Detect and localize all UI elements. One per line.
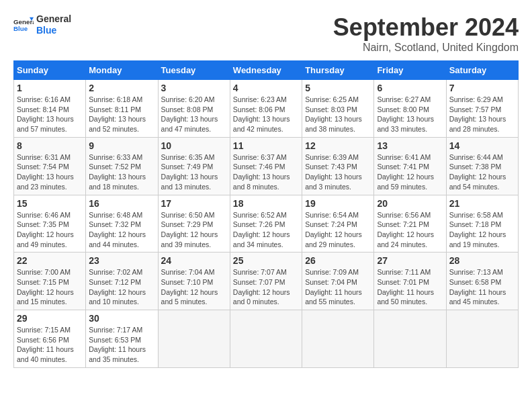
day-number: 4 [233, 83, 299, 93]
day-info: Sunrise: 6:27 AM Sunset: 8:00 PM Dayligh… [377, 95, 443, 134]
calendar-cell: 14Sunrise: 6:44 AM Sunset: 7:38 PM Dayli… [446, 137, 518, 195]
day-number: 25 [233, 255, 299, 266]
day-info: Sunrise: 6:18 AM Sunset: 8:11 PM Dayligh… [89, 95, 154, 134]
day-number: 20 [377, 198, 443, 209]
title-section: September 2024 Nairn, Scotland, United K… [333, 13, 519, 54]
day-info: Sunrise: 6:20 AM Sunset: 8:08 PM Dayligh… [161, 95, 227, 134]
day-info: Sunrise: 7:13 AM Sunset: 6:58 PM Dayligh… [449, 267, 515, 307]
day-number: 1 [17, 83, 83, 93]
calendar-week-1: 1Sunrise: 6:16 AM Sunset: 8:14 PM Daylig… [14, 80, 519, 138]
calendar-cell [230, 310, 302, 368]
day-info: Sunrise: 7:02 AM Sunset: 7:12 PM Dayligh… [89, 267, 154, 307]
calendar-cell: 22Sunrise: 7:00 AM Sunset: 7:15 PM Dayli… [14, 253, 86, 310]
calendar-cell: 4Sunrise: 6:23 AM Sunset: 8:06 PM Daylig… [230, 80, 302, 138]
day-number: 22 [17, 255, 83, 266]
day-number: 19 [305, 198, 371, 209]
calendar-cell: 11Sunrise: 6:37 AM Sunset: 7:46 PM Dayli… [230, 137, 302, 195]
day-number: 21 [449, 198, 515, 209]
day-info: Sunrise: 6:41 AM Sunset: 7:41 PM Dayligh… [377, 152, 443, 192]
day-number: 26 [305, 255, 371, 266]
day-info: Sunrise: 7:15 AM Sunset: 6:56 PM Dayligh… [17, 325, 83, 365]
day-number: 29 [17, 313, 83, 324]
day-number: 15 [17, 198, 83, 209]
calendar-cell: 26Sunrise: 7:09 AM Sunset: 7:04 PM Dayli… [302, 253, 374, 310]
page-header: General Blue General Blue September 2024… [13, 13, 519, 54]
day-number: 2 [89, 83, 154, 93]
weekday-header-monday: Monday [86, 61, 158, 80]
day-number: 27 [377, 255, 443, 266]
day-number: 13 [377, 140, 443, 151]
day-number: 16 [89, 198, 154, 209]
day-info: Sunrise: 6:56 AM Sunset: 7:21 PM Dayligh… [377, 210, 443, 250]
weekday-header-sunday: Sunday [14, 61, 86, 80]
day-number: 5 [305, 83, 371, 93]
day-info: Sunrise: 6:48 AM Sunset: 7:32 PM Dayligh… [89, 210, 154, 250]
calendar-cell [302, 310, 374, 368]
location: Nairn, Scotland, United Kingdom [333, 42, 519, 54]
calendar-cell: 16Sunrise: 6:48 AM Sunset: 7:32 PM Dayli… [86, 195, 158, 253]
day-number: 9 [89, 140, 154, 151]
day-info: Sunrise: 6:29 AM Sunset: 7:57 PM Dayligh… [449, 95, 515, 134]
day-info: Sunrise: 7:07 AM Sunset: 7:07 PM Dayligh… [233, 267, 299, 307]
calendar-cell: 18Sunrise: 6:52 AM Sunset: 7:26 PM Dayli… [230, 195, 302, 253]
svg-text:Blue: Blue [13, 25, 28, 32]
calendar-cell: 25Sunrise: 7:07 AM Sunset: 7:07 PM Dayli… [230, 253, 302, 310]
day-number: 30 [89, 313, 154, 324]
logo-icon: General Blue [13, 15, 34, 35]
day-info: Sunrise: 6:31 AM Sunset: 7:54 PM Dayligh… [17, 152, 83, 192]
day-number: 18 [233, 198, 299, 209]
day-number: 7 [449, 83, 515, 93]
calendar-cell: 19Sunrise: 6:54 AM Sunset: 7:24 PM Dayli… [302, 195, 374, 253]
calendar-cell: 30Sunrise: 7:17 AM Sunset: 6:53 PM Dayli… [86, 310, 158, 368]
day-number: 3 [161, 83, 227, 93]
day-info: Sunrise: 6:25 AM Sunset: 8:03 PM Dayligh… [305, 95, 371, 134]
calendar-cell [374, 310, 446, 368]
calendar-cell: 5Sunrise: 6:25 AM Sunset: 8:03 PM Daylig… [302, 80, 374, 138]
month-title: September 2024 [333, 13, 519, 42]
weekday-header-saturday: Saturday [446, 61, 518, 80]
calendar-cell: 6Sunrise: 6:27 AM Sunset: 8:00 PM Daylig… [374, 80, 446, 138]
day-number: 8 [17, 140, 83, 151]
weekday-header-thursday: Thursday [302, 61, 374, 80]
day-info: Sunrise: 7:04 AM Sunset: 7:10 PM Dayligh… [161, 267, 227, 307]
day-info: Sunrise: 6:33 AM Sunset: 7:52 PM Dayligh… [89, 152, 154, 192]
calendar-cell [158, 310, 230, 368]
day-info: Sunrise: 6:35 AM Sunset: 7:49 PM Dayligh… [161, 152, 227, 192]
day-info: Sunrise: 7:09 AM Sunset: 7:04 PM Dayligh… [305, 267, 371, 307]
logo-line2: Blue [36, 25, 71, 36]
calendar-cell: 20Sunrise: 6:56 AM Sunset: 7:21 PM Dayli… [374, 195, 446, 253]
calendar-cell: 17Sunrise: 6:50 AM Sunset: 7:29 PM Dayli… [158, 195, 230, 253]
day-info: Sunrise: 6:46 AM Sunset: 7:35 PM Dayligh… [17, 210, 83, 250]
calendar-cell: 24Sunrise: 7:04 AM Sunset: 7:10 PM Dayli… [158, 253, 230, 310]
day-info: Sunrise: 7:17 AM Sunset: 6:53 PM Dayligh… [89, 325, 154, 365]
calendar-cell: 13Sunrise: 6:41 AM Sunset: 7:41 PM Dayli… [374, 137, 446, 195]
calendar-cell [446, 310, 518, 368]
day-info: Sunrise: 6:23 AM Sunset: 8:06 PM Dayligh… [233, 95, 299, 134]
calendar-cell: 27Sunrise: 7:11 AM Sunset: 7:01 PM Dayli… [374, 253, 446, 310]
day-info: Sunrise: 7:11 AM Sunset: 7:01 PM Dayligh… [377, 267, 443, 307]
calendar-cell: 10Sunrise: 6:35 AM Sunset: 7:49 PM Dayli… [158, 137, 230, 195]
calendar-cell: 9Sunrise: 6:33 AM Sunset: 7:52 PM Daylig… [86, 137, 158, 195]
day-info: Sunrise: 6:58 AM Sunset: 7:18 PM Dayligh… [449, 210, 515, 250]
day-number: 11 [233, 140, 299, 151]
day-info: Sunrise: 6:52 AM Sunset: 7:26 PM Dayligh… [233, 210, 299, 250]
weekday-header-friday: Friday [374, 61, 446, 80]
calendar-cell: 8Sunrise: 6:31 AM Sunset: 7:54 PM Daylig… [14, 137, 86, 195]
day-number: 12 [305, 140, 371, 151]
logo-line1: General [36, 13, 71, 25]
calendar-cell: 12Sunrise: 6:39 AM Sunset: 7:43 PM Dayli… [302, 137, 374, 195]
day-info: Sunrise: 6:37 AM Sunset: 7:46 PM Dayligh… [233, 152, 299, 192]
calendar-cell: 7Sunrise: 6:29 AM Sunset: 7:57 PM Daylig… [446, 80, 518, 138]
day-number: 28 [449, 255, 515, 266]
calendar-table: SundayMondayTuesdayWednesdayThursdayFrid… [13, 60, 519, 368]
calendar-cell: 2Sunrise: 6:18 AM Sunset: 8:11 PM Daylig… [86, 80, 158, 138]
calendar-cell: 3Sunrise: 6:20 AM Sunset: 8:08 PM Daylig… [158, 80, 230, 138]
day-number: 14 [449, 140, 515, 151]
weekday-header-wednesday: Wednesday [230, 61, 302, 80]
day-number: 23 [89, 255, 154, 266]
calendar-cell: 1Sunrise: 6:16 AM Sunset: 8:14 PM Daylig… [14, 80, 86, 138]
calendar-week-5: 29Sunrise: 7:15 AM Sunset: 6:56 PM Dayli… [14, 310, 519, 368]
calendar-cell: 23Sunrise: 7:02 AM Sunset: 7:12 PM Dayli… [86, 253, 158, 310]
weekday-header-row: SundayMondayTuesdayWednesdayThursdayFrid… [14, 61, 519, 80]
calendar-week-4: 22Sunrise: 7:00 AM Sunset: 7:15 PM Dayli… [14, 253, 519, 310]
